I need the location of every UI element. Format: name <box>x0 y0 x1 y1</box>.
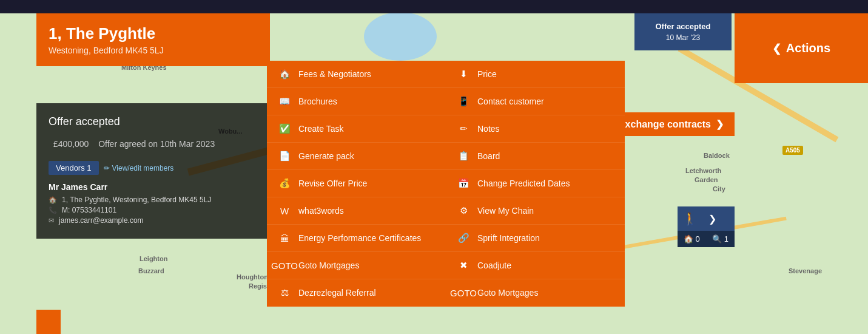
menu-label-col1-8: Dezrezlegal Referral <box>298 288 376 298</box>
menu-label-col2-4: Change Predicted Dates <box>477 179 570 188</box>
menu-label-col2-2: Notes <box>477 124 500 134</box>
left-panel: Offer accepted £400,000 Offer agreed on … <box>36 103 270 239</box>
menu-label-col1-3: Generate pack <box>298 151 354 161</box>
offer-status-text: Offer accepted <box>49 115 258 128</box>
menu-label-col1-1: Brochures <box>298 97 337 106</box>
menu-icon-col1-5: W <box>278 204 291 217</box>
map-label-city: City <box>713 185 725 193</box>
email-icon: ✉ <box>49 217 54 225</box>
menu-icon-col1-8: ⚖ <box>278 286 291 299</box>
menu-label-col2-1: Contact customer <box>477 97 544 106</box>
home-icon: 🏠 <box>49 196 57 204</box>
map-label-garden: Garden <box>695 176 718 183</box>
menu-item-col2-8[interactable]: GOTOGoto Mortgages <box>446 279 625 307</box>
menu-icon-col1-6: 🏛 <box>278 231 291 245</box>
menu-item-col1-4[interactable]: 💰Revise Offer Price <box>267 170 446 197</box>
menu-label-col1-4: Revise Offer Price <box>298 179 367 188</box>
contact-phone-row: 📞 M: 07533441101 <box>49 206 258 214</box>
menu-item-col2-4[interactable]: 📅Change Predicted Dates <box>446 170 625 197</box>
menu-item-col1-6[interactable]: 🏛Energy Performance Certificates <box>267 225 446 252</box>
actions-button[interactable]: ❮ Actions <box>735 13 868 83</box>
menu-icon-col1-7: GOTO <box>278 259 291 272</box>
menu-icon-col1-4: 💰 <box>278 177 291 190</box>
chevron-right-icon: ❯ <box>716 118 724 130</box>
menu-icon-col2-4: 📅 <box>457 177 470 190</box>
map-count-row: 🏠 0 🔍 1 <box>678 231 735 247</box>
offer-accepted-badge: Offer accepted 10 Mar '23 <box>634 13 732 50</box>
menu-item-col1-8[interactable]: ⚖Dezrezlegal Referral <box>267 279 446 307</box>
menu-item-col1-3[interactable]: 📄Generate pack <box>267 143 446 170</box>
menu-label-col2-7: Coadjute <box>477 261 511 270</box>
menu-icon-col2-7: ✖ <box>457 259 470 272</box>
vendors-tag: Vendors 1 <box>49 161 99 175</box>
offer-accepted-date: 10 Mar '23 <box>641 33 725 42</box>
menu-item-col1-7[interactable]: GOTOGoto Mortgages <box>267 252 446 279</box>
view-edit-members-button[interactable]: ✏ View/edit members <box>104 164 174 172</box>
contact-address: 1, The Pyghtle, Westoning, Bedford MK45 … <box>62 196 211 204</box>
contact-email-row: ✉ james.carr@example.com <box>49 216 258 225</box>
map-label-baldock: Baldock <box>704 152 730 159</box>
menu-icon-col1-0: 🏠 <box>278 67 291 81</box>
menu-label-col1-5: what3words <box>298 206 344 216</box>
contact-name: Mr James Carr <box>49 182 258 192</box>
menu-label-col2-6: Sprift Integration <box>477 233 540 243</box>
menu-item-col2-3[interactable]: 📋Board <box>446 143 625 170</box>
menu-item-col2-2[interactable]: ✏Notes <box>446 115 625 143</box>
map-next-button[interactable]: ❯ <box>702 210 722 228</box>
menu-icon-col1-2: ✅ <box>278 122 291 135</box>
menu-item-col1-0[interactable]: 🏠Fees & Negotiators <box>267 61 446 88</box>
menu-icon-col1-1: 📖 <box>278 95 291 108</box>
contact-email: james.carr@example.com <box>59 216 144 225</box>
map-label-regis: Regis <box>249 282 267 290</box>
vendors-bar: Vendors 1 ✏ View/edit members <box>49 161 258 175</box>
chevron-left-icon: ❮ <box>772 42 781 55</box>
map-label-stevenage: Stevenage <box>789 267 822 274</box>
map-label-houghton: Houghton <box>237 273 268 281</box>
map-label-buzzard: Buzzard <box>138 267 164 274</box>
menu-label-col2-0: Price <box>477 69 497 79</box>
menu-label-col2-3: Board <box>477 151 500 161</box>
contact-phone: M: 07533441101 <box>62 206 116 214</box>
map-search-count: 🔍 1 <box>706 231 735 247</box>
offer-price: £400,000 Offer agreed on 10th Mar 2023 <box>49 132 258 151</box>
menu-item-col1-1[interactable]: 📖Brochures <box>267 88 446 115</box>
menu-item-col1-5[interactable]: Wwhat3words <box>267 197 446 225</box>
bottom-orange-strip <box>36 310 61 334</box>
menu-item-col2-7[interactable]: ✖Coadjute <box>446 252 625 279</box>
exchange-contracts-button[interactable]: Exchange contracts ❯ <box>608 112 735 136</box>
map-water <box>364 12 437 61</box>
menu-icon-col2-5: ⚙ <box>457 204 470 217</box>
top-bar <box>0 0 868 13</box>
menu-icon-col2-6: 🔗 <box>457 231 470 245</box>
menu-label-col1-7: Goto Mortgages <box>298 261 359 270</box>
menu-item-col1-2[interactable]: ✅Create Task <box>267 115 446 143</box>
actions-dropdown-menu: 🏠Fees & Negotiators⬇Price📖Brochures📱Cont… <box>267 61 625 307</box>
phone-icon: 📞 <box>49 206 57 214</box>
contact-address-row: 🏠 1, The Pyghtle, Westoning, Bedford MK4… <box>49 196 258 204</box>
map-ctrl-row: 🚶 ❯ <box>678 206 735 231</box>
menu-icon-col1-3: 📄 <box>278 149 291 163</box>
property-title: 1, The Pyghtle <box>49 24 258 43</box>
menu-icon-col2-1: 📱 <box>457 95 470 108</box>
edit-icon: ✏ <box>104 164 110 172</box>
menu-label-col2-5: View My Chain <box>477 206 534 216</box>
property-subtitle: Westoning, Bedford MK45 5LJ <box>49 46 258 55</box>
menu-label-col1-2: Create Task <box>298 124 343 134</box>
menu-label-col1-6: Energy Performance Certificates <box>298 233 421 243</box>
property-header: 1, The Pyghtle Westoning, Bedford MK45 5… <box>36 13 270 66</box>
map-label-leighton: Leighton <box>140 255 167 262</box>
menu-item-col2-0[interactable]: ⬇Price <box>446 61 625 88</box>
actions-label: Actions <box>786 41 830 55</box>
offer-agreed-text: Offer agreed on 10th Mar 2023 <box>98 139 215 149</box>
home-count-icon: 🏠 <box>684 234 693 244</box>
offer-accepted-title: Offer accepted <box>641 22 725 31</box>
menu-item-col2-1[interactable]: 📱Contact customer <box>446 88 625 115</box>
menu-label-col1-0: Fees & Negotiators <box>298 69 371 79</box>
map-home-count: 🏠 0 <box>678 231 706 247</box>
menu-item-col2-5[interactable]: ⚙View My Chain <box>446 197 625 225</box>
menu-icon-col2-0: ⬇ <box>457 67 470 81</box>
map-controls: 🚶 ❯ 🏠 0 🔍 1 <box>678 206 735 247</box>
menu-item-col2-6[interactable]: 🔗Sprift Integration <box>446 225 625 252</box>
menu-icon-col2-3: 📋 <box>457 149 470 163</box>
streetview-button[interactable]: 🚶 <box>678 206 702 231</box>
